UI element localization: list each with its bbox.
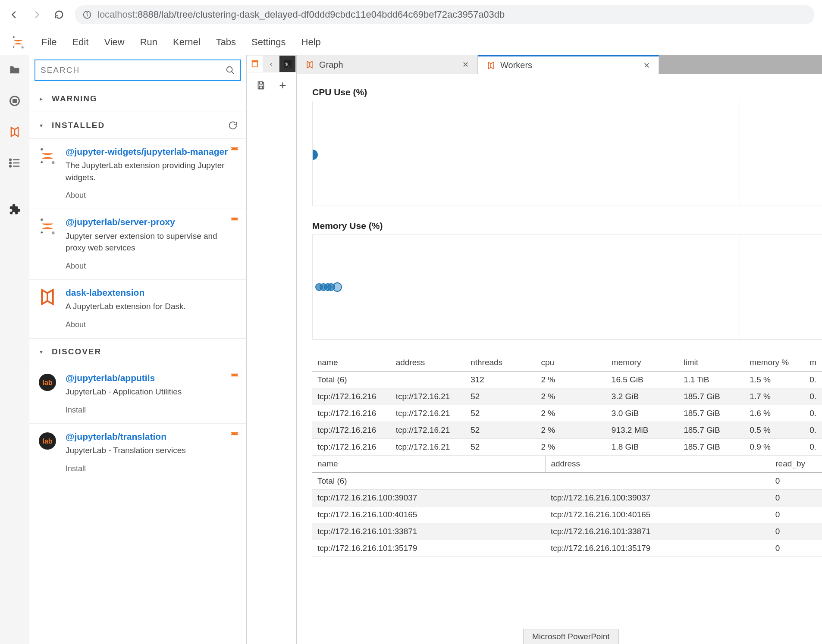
streams-table[interactable]: name address read_by Total (6)0tcp://172… — [312, 456, 822, 557]
ext-name-link[interactable]: @jupyterlab/server-proxy — [66, 216, 238, 228]
ext-card: lab @jupyterlab/translation JupyterLab -… — [29, 424, 246, 482]
ext-install-link[interactable]: Install — [66, 406, 238, 415]
extension-manager-tab-icon[interactable] — [7, 202, 22, 217]
table-row[interactable]: tcp://172.16.216tcp://172.16.21522 %3.2 … — [312, 388, 822, 405]
menu-run[interactable]: Run — [140, 37, 157, 48]
col-address[interactable]: address — [546, 456, 770, 472]
section-warning[interactable]: ▸ WARNING — [29, 85, 246, 112]
section-discover[interactable]: ▾ DISCOVER — [29, 338, 246, 365]
cpu-use-chart[interactable] — [312, 101, 822, 206]
running-tab-icon[interactable] — [7, 93, 22, 109]
svg-point-18 — [41, 161, 43, 163]
svg-point-14 — [227, 67, 232, 72]
menu-kernel[interactable]: Kernel — [173, 37, 201, 48]
col-limit[interactable]: limit — [678, 354, 744, 371]
col-name[interactable]: name — [312, 354, 391, 371]
back-button[interactable] — [8, 8, 21, 21]
menu-file[interactable]: File — [41, 37, 56, 48]
caret-right-icon: ▸ — [38, 95, 44, 102]
svg-point-16 — [41, 148, 43, 151]
url-text: localhost:8888/lab/tree/clustering-dask_… — [97, 9, 505, 20]
close-icon[interactable]: ✕ — [462, 60, 469, 69]
table-row[interactable]: tcp://172.16.216.101:35179tcp://172.16.2… — [312, 540, 822, 557]
launcher-tab-placeholder[interactable]: ‹ — [263, 56, 279, 72]
section-installed[interactable]: ▾ INSTALLED — [29, 112, 246, 139]
svg-point-8 — [9, 159, 11, 161]
col-cpu[interactable]: cpu — [536, 354, 606, 371]
col-nthreads[interactable]: nthreads — [465, 354, 536, 371]
svg-point-4 — [22, 46, 24, 48]
ext-about-link[interactable]: About — [66, 320, 238, 329]
svg-text:$_: $_ — [285, 62, 290, 66]
search-input[interactable] — [41, 66, 226, 75]
memory-use-chart[interactable] — [312, 234, 822, 340]
search-box[interactable] — [35, 59, 241, 81]
ext-name-link[interactable]: @jupyterlab/translation — [66, 431, 238, 443]
workers-panel: CPU Use (%) Memory Use (%) name — [297, 74, 822, 644]
svg-text:lab: lab — [42, 379, 52, 386]
dask-icon — [486, 61, 495, 70]
reload-button[interactable] — [53, 8, 66, 21]
col-readby[interactable]: read_by — [770, 456, 822, 472]
workers-table[interactable]: name address nthreads cpu memory limit m… — [312, 354, 822, 456]
svg-rect-31 — [259, 86, 262, 88]
col-memory[interactable]: memory — [606, 354, 678, 371]
save-icon[interactable] — [256, 80, 266, 91]
notebook-tab-icon[interactable] — [247, 56, 263, 72]
table-row[interactable]: Total (6)3122 %16.5 GiB1.1 TiB1.5 %0. — [312, 371, 822, 388]
terminal-tab-icon[interactable]: $_ — [279, 56, 296, 72]
col-m[interactable]: m — [804, 354, 822, 371]
caret-down-icon: ▾ — [38, 122, 44, 129]
tab-workers[interactable]: Workers ✕ — [478, 55, 659, 74]
table-row[interactable]: tcp://172.16.216tcp://172.16.21522 %913.… — [312, 422, 822, 439]
ext-about-link[interactable]: About — [66, 262, 238, 271]
col-address[interactable]: address — [391, 354, 466, 371]
ext-about-link[interactable]: About — [66, 191, 238, 200]
address-bar[interactable]: localhost:8888/lab/tree/clustering-dask_… — [75, 5, 814, 24]
forward-button[interactable] — [30, 8, 43, 21]
col-name[interactable]: name — [312, 456, 546, 472]
launcher-strip: ‹ $_ + — [247, 55, 297, 644]
close-icon[interactable]: ✕ — [643, 61, 650, 70]
jupyter-logo-icon[interactable] — [10, 34, 26, 50]
svg-point-3 — [13, 36, 15, 38]
ext-name-link[interactable]: dask-labextension — [66, 287, 238, 299]
add-cell-icon[interactable]: + — [279, 80, 287, 91]
tab-graph[interactable]: Graph ✕ — [297, 55, 478, 74]
menu-settings[interactable]: Settings — [251, 37, 286, 48]
svg-rect-27 — [252, 61, 257, 63]
caret-down-icon: ▾ — [38, 348, 44, 355]
svg-point-20 — [52, 232, 55, 235]
menu-tabs[interactable]: Tabs — [216, 37, 236, 48]
table-row[interactable]: tcp://172.16.216tcp://172.16.21522 %1.8 … — [312, 439, 822, 456]
section-warning-label: WARNING — [52, 94, 238, 103]
search-icon[interactable] — [226, 66, 235, 75]
activity-bar — [0, 55, 29, 644]
menu-view[interactable]: View — [104, 37, 124, 48]
table-row[interactable]: Total (6)0 — [312, 472, 822, 490]
ext-card: dask-labextension A JupyterLab extension… — [29, 280, 246, 338]
refresh-icon[interactable] — [228, 121, 238, 130]
ext-install-link[interactable]: Install — [66, 464, 238, 473]
tab-graph-label: Graph — [319, 60, 457, 70]
toc-tab-icon[interactable] — [7, 155, 22, 171]
extension-manager-panel: ▸ WARNING ▾ INSTALLED @jupyter-widgets/j… — [29, 55, 247, 644]
filebrowser-tab-icon[interactable] — [7, 62, 22, 78]
table-row[interactable]: tcp://172.16.216.100:39037tcp://172.16.2… — [312, 490, 822, 506]
lab-icon: lab — [37, 372, 58, 393]
launcher-toolbar: + — [247, 72, 296, 98]
table-row[interactable]: tcp://172.16.216tcp://172.16.21522 %3.0 … — [312, 405, 822, 422]
table-row[interactable]: tcp://172.16.216.100:40165tcp://172.16.2… — [312, 506, 822, 523]
dask-icon — [305, 60, 314, 69]
col-memory-pct[interactable]: memory % — [744, 354, 804, 371]
menu-edit[interactable]: Edit — [72, 37, 88, 48]
cpu-chart-title: CPU Use (%) — [312, 87, 822, 97]
dask-tab-icon[interactable] — [7, 124, 22, 140]
ext-name-link[interactable]: @jupyter-widgets/jupyterlab-manager — [66, 146, 238, 158]
site-info-icon[interactable] — [83, 10, 91, 19]
table-row[interactable]: tcp://172.16.216.101:33871tcp://172.16.2… — [312, 523, 822, 540]
menu-help[interactable]: Help — [301, 37, 321, 48]
ext-name-link[interactable]: @jupyterlab/apputils — [66, 372, 238, 384]
svg-point-21 — [41, 232, 43, 234]
jupyter-update-icon — [230, 215, 239, 223]
